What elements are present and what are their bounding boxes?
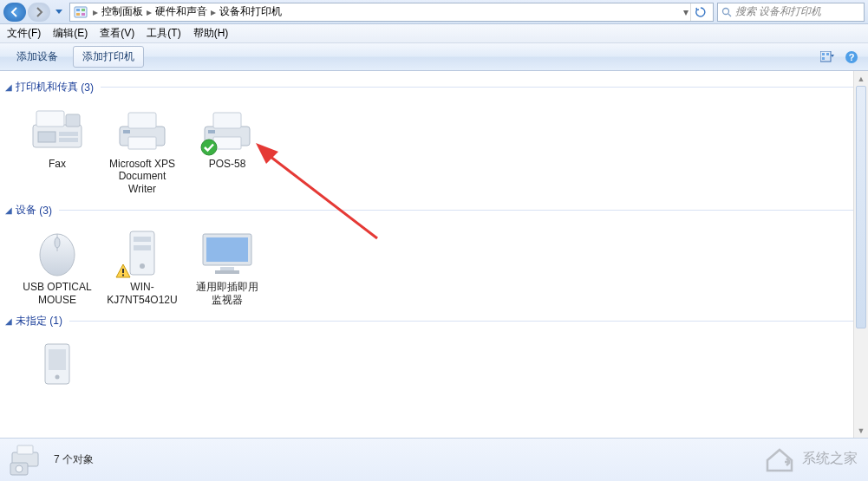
forward-icon	[34, 7, 44, 17]
toolbar: 添加设备 添加打印机 ?	[0, 43, 868, 71]
nav-history-dropdown[interactable]	[52, 10, 66, 15]
menu-edit[interactable]: 编辑(E)	[53, 26, 88, 41]
breadcrumb-dropdown[interactable]: ▾	[682, 6, 690, 18]
svg-text:?: ?	[849, 52, 855, 62]
view-mode-icon	[820, 51, 834, 63]
group-header-printers[interactable]: ◢ 打印机和传真 (3)	[5, 80, 859, 94]
breadcrumb-sep: ▸	[91, 6, 100, 18]
svg-rect-21	[128, 137, 156, 149]
address-bar[interactable]: ▸ 控制面板 ▸ 硬件和声音 ▸ 设备和打印机 ▾	[69, 3, 714, 22]
svg-rect-47	[17, 445, 33, 454]
svg-rect-0	[75, 7, 87, 17]
item-label: USB OPTICAL MOUSE	[22, 281, 93, 306]
scroll-down-button[interactable]: ▼	[854, 423, 868, 438]
svg-rect-35	[122, 269, 124, 273]
svg-rect-42	[49, 349, 66, 370]
svg-rect-36	[122, 275, 124, 276]
group-header-devices[interactable]: ◢ 设备 (3)	[5, 203, 859, 218]
nav-back-button[interactable]	[3, 3, 26, 22]
back-icon	[10, 7, 20, 17]
control-panel-icon	[74, 5, 88, 19]
breadcrumb-sep: ▸	[209, 6, 218, 18]
device-item-xps[interactable]: Microsoft XPS Document Writer	[102, 100, 182, 199]
svg-rect-10	[822, 57, 825, 60]
titlebar: ▸ 控制面板 ▸ 硬件和声音 ▸ 设备和打印机 ▾ 搜索 设备和打印机	[0, 0, 868, 24]
device-item-fax[interactable]: Fax	[17, 100, 97, 199]
mouse-icon	[29, 229, 85, 277]
search-icon	[721, 7, 732, 17]
breadcrumb-control-panel[interactable]: 控制面板	[100, 4, 145, 19]
svg-rect-24	[213, 113, 241, 128]
svg-rect-26	[208, 130, 215, 133]
scroll-thumb[interactable]	[856, 86, 866, 328]
device-item-pc[interactable]: WIN-KJ7NT54O12U	[102, 223, 182, 310]
search-box[interactable]: 搜索 设备和打印机	[717, 3, 865, 22]
svg-point-34	[140, 263, 145, 269]
device-icon	[33, 339, 82, 389]
breadcrumb-hardware-sound[interactable]: 硬件和声音	[153, 4, 209, 19]
item-label: Microsoft XPS Document Writer	[107, 158, 178, 195]
menubar: 文件(F) 编辑(E) 查看(V) 工具(T) 帮助(H)	[0, 24, 868, 43]
nav-forward-button[interactable]	[28, 3, 50, 22]
svg-point-43	[55, 374, 60, 379]
svg-rect-1	[76, 9, 80, 11]
device-item-mouse[interactable]: USB OPTICAL MOUSE	[17, 223, 97, 310]
content-area: ◢ 打印机和传真 (3) Fax	[0, 71, 868, 438]
help-button[interactable]: ?	[842, 48, 861, 67]
svg-point-27	[201, 140, 217, 155]
svg-rect-17	[59, 132, 78, 136]
statusbar-icon	[9, 443, 45, 478]
svg-line-6	[728, 14, 731, 16]
scroll-up-button[interactable]: ▲	[854, 71, 868, 86]
item-label: Fax	[49, 158, 66, 170]
devices-items: USB OPTICAL MOUSE WIN-KJ7NT54O12U	[17, 223, 859, 310]
group-title: 设备	[16, 203, 36, 218]
collapse-icon: ◢	[5, 82, 12, 92]
item-label: WIN-KJ7NT54O12U	[107, 281, 178, 306]
printers-items: Fax Microsoft XPS Document Writer	[17, 100, 859, 199]
svg-point-30	[55, 237, 60, 248]
add-printer-button[interactable]: 添加打印机	[73, 46, 144, 68]
chevron-down-icon	[55, 10, 62, 15]
add-device-button[interactable]: 添加设备	[7, 46, 68, 68]
refresh-icon	[695, 7, 706, 17]
group-count: (3)	[81, 81, 94, 94]
statusbar: 7 个对象	[0, 438, 868, 481]
svg-rect-8	[822, 53, 825, 55]
device-item-pos58[interactable]: POS-58	[187, 100, 267, 199]
group-count: (1)	[49, 315, 62, 327]
svg-rect-16	[38, 132, 55, 142]
fax-icon	[26, 106, 88, 154]
scrollbar[interactable]: ▲ ▼	[853, 71, 868, 438]
svg-rect-38	[206, 237, 248, 262]
svg-point-49	[16, 465, 23, 472]
breadcrumb-devices-printers[interactable]: 设备和打印机	[218, 4, 284, 19]
svg-rect-14	[36, 111, 64, 127]
device-item-monitor[interactable]: 通用即插即用监视器	[187, 223, 267, 310]
refresh-button[interactable]	[690, 3, 709, 21]
menu-help[interactable]: 帮助(H)	[193, 26, 229, 41]
svg-rect-7	[820, 51, 831, 62]
menu-view[interactable]: 查看(V)	[100, 26, 134, 41]
svg-rect-18	[59, 138, 78, 142]
monitor-icon	[198, 229, 257, 277]
svg-point-5	[723, 8, 729, 14]
svg-rect-32	[134, 237, 151, 242]
svg-rect-9	[826, 53, 829, 55]
search-placeholder: 搜索 设备和打印机	[735, 4, 821, 19]
view-mode-button[interactable]	[818, 48, 837, 67]
menu-tools[interactable]: 工具(T)	[147, 26, 180, 41]
device-item-unspecified[interactable]	[17, 334, 97, 396]
svg-rect-4	[82, 13, 85, 16]
group-header-unspecified[interactable]: ◢ 未指定 (1)	[5, 314, 859, 328]
group-title: 打印机和传真	[16, 80, 78, 94]
item-label: POS-58	[209, 158, 246, 170]
collapse-icon: ◢	[5, 316, 12, 326]
statusbar-count: 7 个对象	[54, 452, 94, 467]
svg-rect-40	[215, 270, 239, 274]
warning-icon	[115, 263, 131, 279]
scroll-track[interactable]	[854, 86, 868, 423]
printer-icon	[111, 106, 173, 154]
default-check-icon	[200, 139, 218, 156]
menu-file[interactable]: 文件(F)	[7, 26, 41, 41]
